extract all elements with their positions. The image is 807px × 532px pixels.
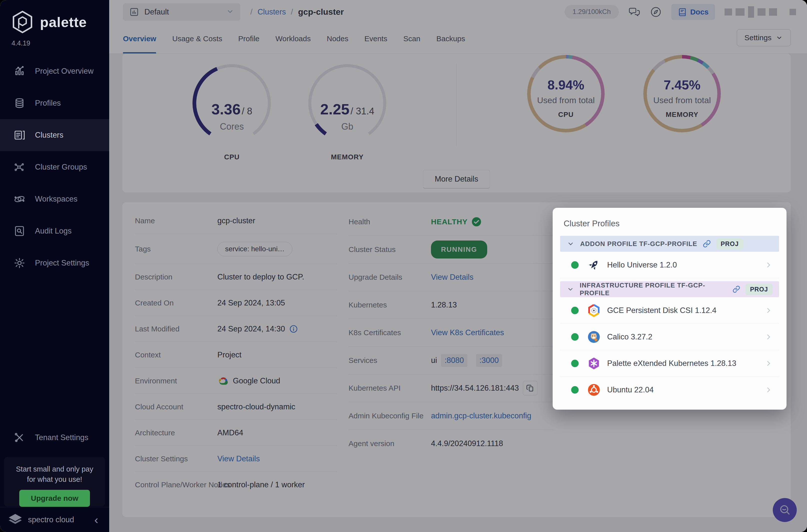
layers-icon	[14, 97, 25, 109]
sidebar-item-label: Workspaces	[35, 194, 77, 204]
orbit-icon	[14, 193, 25, 205]
sidebar-item-workspaces[interactable]: Workspaces	[0, 183, 109, 215]
brand-name: palette	[40, 14, 87, 30]
popup-title: Cluster Profiles	[564, 219, 779, 228]
pack-row-hello-universe[interactable]: Hello Universe 1.2.0	[560, 252, 779, 278]
profile-header-label: ADDON PROFILE TF-GCP-PROFILE	[580, 240, 697, 248]
sidebar-item-clusters[interactable]: Clusters	[0, 119, 109, 151]
tools-icon	[14, 432, 25, 443]
addon-profile-header[interactable]: ADDON PROFILE TF-GCP-PROFILE PROJ	[560, 236, 779, 252]
sidebar-item-label: Cluster Groups	[35, 163, 87, 172]
sidebar: palette 4.4.19 Project Overview	[0, 0, 109, 532]
sidebar-item-label: Project Settings	[35, 259, 89, 267]
footer-brand-name: spectro cloud	[28, 515, 74, 524]
pack-name: Hello Universe 1.2.0	[607, 261, 677, 269]
chevron-down-icon	[567, 240, 575, 248]
pack-name: GCE Persistent Disk CSI 1.12.4	[607, 306, 716, 315]
link-icon	[733, 285, 740, 293]
sidebar-tenant: Tenant Settings	[0, 422, 109, 454]
brand-logo: palette	[11, 10, 87, 34]
sidebar-item-label: Tenant Settings	[35, 433, 89, 442]
sidebar-item-profiles[interactable]: Profiles	[0, 87, 109, 119]
sidebar-item-cluster-groups[interactable]: Cluster Groups	[0, 151, 109, 183]
sidebar-item-label: Audit Logs	[35, 227, 72, 235]
rocket-icon	[587, 258, 601, 272]
gear-icon	[14, 257, 25, 269]
status-dot-icon	[571, 386, 579, 394]
network-icon	[14, 161, 25, 173]
pack-row-pxk[interactable]: Palette eXtended Kubernetes 1.28.13	[560, 350, 779, 377]
gce-disk-icon	[587, 304, 601, 317]
chevron-right-icon	[764, 359, 773, 368]
promo-text: Start small and only pay for what you us…	[4, 464, 105, 484]
upgrade-promo-panel: Start small and only pay for what you us…	[4, 457, 105, 507]
chevron-down-icon	[567, 285, 574, 293]
sidebar-item-label: Project Overview	[35, 67, 93, 76]
proj-badge: PROJ	[716, 238, 743, 249]
calico-icon	[587, 330, 601, 344]
sidebar-footer: spectro cloud ‹	[0, 507, 109, 532]
chevron-right-icon	[764, 332, 773, 341]
bar-chart-icon	[14, 65, 25, 77]
link-icon	[703, 240, 711, 248]
spectro-cloud-logo-icon	[7, 513, 23, 526]
infrastructure-profile-header[interactable]: INFRASTRUCTURE PROFILE TF-GCP-PROFILE PR…	[560, 281, 779, 297]
status-dot-icon	[571, 360, 579, 367]
app-version: 4.4.19	[12, 39, 30, 47]
doc-search-icon	[14, 225, 25, 237]
sidebar-collapse-icon[interactable]: ‹	[94, 514, 102, 526]
sidebar-item-project-settings[interactable]: Project Settings	[0, 247, 109, 279]
server-icon	[14, 129, 25, 141]
proj-badge: PROJ	[746, 284, 772, 295]
sidebar-item-audit-logs[interactable]: Audit Logs	[0, 215, 109, 247]
status-dot-icon	[571, 333, 579, 341]
sidebar-item-label: Profiles	[35, 99, 61, 108]
chevron-right-icon	[764, 306, 773, 315]
sidebar-item-project-overview[interactable]: Project Overview	[0, 55, 109, 87]
pack-row-calico[interactable]: Calico 3.27.2	[560, 324, 779, 350]
pack-name: Ubuntu 22.04	[607, 385, 654, 394]
cluster-profiles-popup: Cluster Profiles ADDON PROFILE TF-GCP-PR…	[553, 208, 787, 410]
pack-name: Palette eXtended Kubernetes 1.28.13	[607, 359, 736, 368]
status-dot-icon	[571, 307, 579, 314]
status-dot-icon	[571, 261, 579, 269]
pack-row-ubuntu[interactable]: Ubuntu 22.04	[560, 377, 779, 403]
palette-app: palette 4.4.19 Project Overview	[0, 0, 807, 532]
chevron-right-icon	[764, 385, 773, 394]
sidebar-nav: Project Overview Profiles	[0, 55, 109, 279]
palette-logo-icon	[11, 10, 35, 34]
upgrade-now-button[interactable]: Upgrade now	[19, 490, 90, 507]
pack-row-gce-disk[interactable]: GCE Persistent Disk CSI 1.12.4	[560, 297, 779, 324]
profile-header-label: INFRASTRUCTURE PROFILE TF-GCP-PROFILE	[580, 282, 727, 297]
sidebar-item-tenant-settings[interactable]: Tenant Settings	[0, 422, 109, 454]
chevron-right-icon	[764, 261, 773, 269]
sidebar-item-label: Clusters	[35, 131, 63, 140]
ubuntu-icon	[587, 383, 601, 397]
pxk-icon	[587, 357, 601, 370]
pack-name: Calico 3.27.2	[607, 332, 652, 341]
